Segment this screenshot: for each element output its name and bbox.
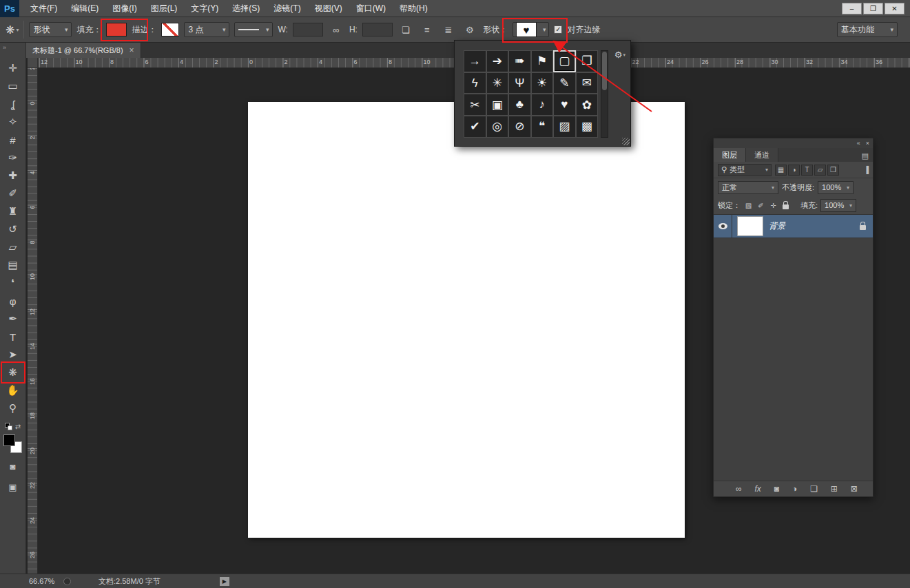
align-edges-checkbox[interactable] <box>554 25 562 34</box>
shape-picker-gear-icon[interactable]: ⚙ <box>614 50 625 60</box>
canvas[interactable] <box>248 102 685 538</box>
custom-shape-tool[interactable]: ❋ <box>3 364 23 381</box>
crop-tool[interactable]: # <box>3 131 23 149</box>
maximize-button[interactable]: ❐ <box>863 3 883 14</box>
filter-smart-objects-icon[interactable]: ❐ <box>827 165 839 176</box>
shape-picker-dropdown[interactable]: ♥ <box>513 22 550 37</box>
width-input[interactable] <box>293 23 323 36</box>
opacity-dropdown[interactable]: 100% <box>818 181 854 194</box>
delete-layer-icon[interactable]: ⊠ <box>851 484 858 494</box>
menu-view[interactable]: 视图(V) <box>308 3 349 14</box>
lock-position-icon[interactable]: ✛ <box>768 200 778 211</box>
shape-flower[interactable]: ✿ <box>576 94 599 116</box>
shape-arrow-3[interactable]: ➠ <box>508 50 531 72</box>
shape-talk-bubble[interactable]: ❝ <box>531 116 554 138</box>
layer-mask-icon[interactable]: ◙ <box>774 484 779 494</box>
stroke-color-swatch[interactable] <box>161 23 179 36</box>
visibility-toggle[interactable] <box>714 215 732 238</box>
blend-mode-dropdown[interactable]: 正常 <box>718 181 778 194</box>
swap-colors-icon[interactable]: ⇄ <box>15 423 21 430</box>
eyedropper-tool[interactable]: ✑ <box>3 149 23 167</box>
shape-arrow-2[interactable]: ➔ <box>486 50 509 72</box>
path-operations-icon[interactable]: ❏ <box>397 22 414 37</box>
adjustment-layer-icon[interactable]: ◑ <box>792 484 797 494</box>
status-expand-icon[interactable]: ▶ <box>220 577 229 586</box>
blur-tool[interactable]: ❛ <box>3 274 23 292</box>
filter-shape-layers-icon[interactable]: ▱ <box>814 165 826 176</box>
layer-row[interactable]: 背景 <box>714 215 873 238</box>
scrollbar-thumb[interactable] <box>602 52 607 90</box>
move-tool[interactable]: ✛ <box>3 59 23 77</box>
shape-registration-target[interactable]: ◎ <box>486 116 509 138</box>
rectangular-marquee-tool[interactable]: ▭ <box>3 77 23 95</box>
gradient-tool[interactable]: ▤ <box>3 256 23 274</box>
tab-close-icon[interactable]: × <box>130 45 134 55</box>
layer-thumbnail[interactable] <box>737 216 763 236</box>
menu-window[interactable]: 窗口(W) <box>349 3 393 14</box>
shape-scissors[interactable]: ✂ <box>464 94 486 116</box>
document-tab[interactable]: 未标题-1 @ 66.7%(RGB/8) × <box>26 43 141 58</box>
filter-adjustment-layers-icon[interactable]: ◑ <box>788 165 800 176</box>
new-group-icon[interactable]: ❏ <box>810 484 818 494</box>
dodge-tool[interactable]: φ <box>3 292 23 310</box>
shape-ink-pen[interactable]: ✎ <box>553 72 576 94</box>
ruler-vertical[interactable]: 202468101214161820222426 <box>28 68 38 574</box>
tab-channels[interactable]: 通道 <box>746 148 778 162</box>
history-brush-tool[interactable]: ↺ <box>3 220 23 238</box>
close-button[interactable]: ✕ <box>885 3 904 14</box>
tool-preset-picker[interactable]: ❋ <box>6 23 19 36</box>
type-tool[interactable]: T <box>3 328 23 346</box>
brush-tool[interactable]: ✐ <box>3 185 23 202</box>
foreground-color-swatch[interactable] <box>3 434 15 446</box>
menu-filter[interactable]: 滤镜(T) <box>267 3 307 14</box>
menu-file[interactable]: 文件(F) <box>23 3 64 14</box>
menu-type[interactable]: 文字(Y) <box>184 3 225 14</box>
resize-grip-icon[interactable] <box>622 138 630 145</box>
eraser-tool[interactable]: ▱ <box>3 238 23 256</box>
default-colors-icon[interactable] <box>5 423 12 430</box>
close-panel-icon[interactable]: × <box>866 140 869 147</box>
shape-check-mark[interactable]: ✔ <box>464 116 486 138</box>
path-selection-tool[interactable]: ➤ <box>3 346 23 364</box>
height-input[interactable] <box>362 23 393 36</box>
panel-menu-icon[interactable]: ▤ <box>862 151 873 162</box>
collapse-panel-icon[interactable]: « <box>857 140 860 147</box>
shape-starburst[interactable]: ✳ <box>486 72 509 94</box>
filter-type-layers-icon[interactable]: T <box>801 165 813 176</box>
menu-image[interactable]: 图像(I) <box>105 3 143 14</box>
shape-light-bulb[interactable]: ☀ <box>531 72 554 94</box>
shape-diagonal-stripes[interactable]: ▨ <box>553 116 576 138</box>
shape-filled-square[interactable]: ▣ <box>486 94 509 116</box>
spot-healing-brush-tool[interactable]: ✚ <box>3 167 23 185</box>
shape-rounded-square[interactable]: ▢ <box>553 50 576 72</box>
path-arrange-icon[interactable]: ≣ <box>440 22 457 37</box>
shape-picker-scrollbar[interactable] <box>601 50 608 138</box>
toolbar-collapse-icon[interactable]: » <box>0 43 9 52</box>
lock-transparency-icon[interactable]: ▨ <box>743 200 754 211</box>
workspace-switcher[interactable]: 基本功能 <box>837 22 898 37</box>
menu-layer[interactable]: 图层(L) <box>144 3 185 14</box>
layer-effects-icon[interactable]: fx <box>755 484 761 494</box>
stroke-width-dropdown[interactable]: 3 点 <box>184 22 229 37</box>
fill-color-swatch[interactable] <box>106 23 127 36</box>
menu-edit[interactable]: 编辑(E) <box>64 3 105 14</box>
shape-heart[interactable]: ♥ <box>553 94 576 116</box>
shape-frame[interactable]: ❐ <box>576 50 599 72</box>
tab-layers[interactable]: 图层 <box>714 148 746 162</box>
gear-icon[interactable]: ⚙ <box>462 22 478 37</box>
shape-thin-arrow[interactable]: → <box>464 50 486 72</box>
shape-fleur-de-lis[interactable]: ♣ <box>508 94 531 116</box>
shape-lightning[interactable]: ϟ <box>464 72 486 94</box>
link-dimensions-icon[interactable]: ∞ <box>328 22 344 37</box>
link-layers-icon[interactable]: ∞ <box>736 484 742 494</box>
shape-envelope[interactable]: ✉ <box>576 72 599 94</box>
lasso-tool[interactable]: ʆ <box>3 95 23 113</box>
tool-mode-dropdown[interactable]: 形状 <box>29 22 72 37</box>
filter-pixel-layers-icon[interactable]: ▦ <box>775 165 787 176</box>
shape-grass[interactable]: Ψ <box>508 72 531 94</box>
minimize-button[interactable]: – <box>842 3 862 14</box>
shape-no-symbol[interactable]: ⊘ <box>508 116 531 138</box>
pen-tool[interactable]: ✒ <box>3 310 23 328</box>
fill-dropdown[interactable]: 100% <box>820 199 856 212</box>
path-alignment-icon[interactable]: ≡ <box>419 22 435 37</box>
